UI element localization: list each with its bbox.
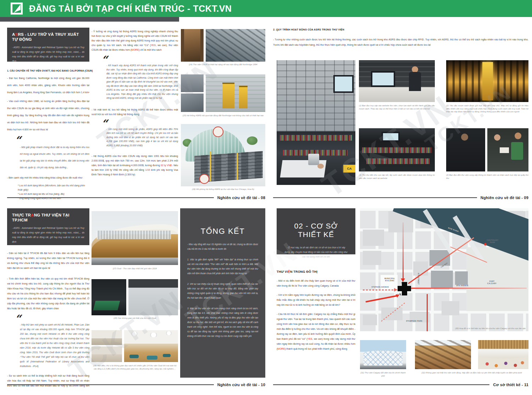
title-part: THƯ VI xyxy=(277,270,288,273)
photo-decor xyxy=(129,355,139,358)
map-block xyxy=(442,301,459,315)
paragraph: - Câu trả lời thực tế rất đơn giản: Calg… xyxy=(277,312,355,351)
paragraph: - Sự so sánh trên có thể là khập khiễng … xyxy=(7,373,89,390)
highlight-text: MORE xyxy=(131,49,139,51)
paragraph: - Bên cạnh xây mới thì nhiều khả năng kh… xyxy=(7,174,89,181)
map-block xyxy=(363,251,381,265)
paragraph: - Với vị trí nằm ngay trên tuyến đường r… xyxy=(277,293,355,307)
photo-decor xyxy=(277,60,355,131)
photo-oodi-main-hall xyxy=(124,330,178,362)
footer-rule xyxy=(7,384,214,385)
map-label-4th-street: 4TH STREET xyxy=(417,272,419,286)
photo-csun-earthquake-damage-2 xyxy=(206,29,265,62)
photo-asrs-machine-1 xyxy=(181,74,204,92)
map-caption: (30) Hoạ đồ vị trí thể hiện sự liên hệ c… xyxy=(433,327,526,330)
photo-decor xyxy=(308,154,319,165)
photo-decor xyxy=(359,87,435,102)
list-item: * Lưu trữ dưới dạng Micro (Microform, bả… xyxy=(18,184,89,192)
footer-rule xyxy=(273,384,489,385)
photo-decor xyxy=(239,86,248,108)
photo-oodi-interior-1 xyxy=(92,279,126,315)
photo-decor xyxy=(210,151,211,181)
photo-decor xyxy=(500,147,509,153)
photo-step4-book-pickup xyxy=(487,128,528,171)
paragraph: - Về mặt kinh tế, lưu trữ bằng hệ thống … xyxy=(92,107,178,117)
photo-decor xyxy=(362,147,432,153)
title-part: A xyxy=(12,32,15,36)
photo-oodi-reading-1 xyxy=(92,330,122,345)
subsection-heading: THƯ VIỆN TRONG ĐÔ THỊ xyxy=(277,270,355,273)
photo-decor xyxy=(382,132,400,142)
header-substrip xyxy=(0,17,179,22)
tckt-logo-icon xyxy=(11,2,23,15)
section-title: THỰC TRẠNG THƯ VIỆN TẠI TP.HCM xyxy=(12,213,84,222)
summary-paragraph: 1. Việc ta gắn định nghĩa “Mở” với “Hiện… xyxy=(187,257,258,276)
photo-decor xyxy=(409,66,421,91)
page11-column-1: 02 - CƠ SỞ THIẾT KẾ - Ở mục này, ta sẽ x… xyxy=(277,208,355,351)
calgary-site-map: BOW RIVER CENTENARY PARK MUNICIPAL BUILD… xyxy=(360,208,528,331)
chapter-description: - Ở mục này, ta sẽ xác định các cơ sở về… xyxy=(284,245,348,259)
quote-text: - Hãy thử làm một phép so sánh với thủ đ… xyxy=(15,322,89,368)
subsection-heading: 2. QUY TRÌNH HOẠT ĐỘNG CỦA ASRS TRONG TH… xyxy=(273,28,344,31)
chapter-title-block: 02 - CƠ SỞ THIẾT KẾ - Ở mục này, ta sẽ x… xyxy=(277,208,355,254)
photo-caption: (28) Các không gian nội thất của thư việ… xyxy=(92,317,178,320)
photo-decor xyxy=(93,301,120,310)
photo-decor xyxy=(199,174,209,184)
photo-decor xyxy=(511,142,523,160)
paragraph: - Đại học Bang California, Northridge là… xyxy=(7,75,89,96)
photo-calgary-interior-atrium xyxy=(478,340,528,369)
title-part: THỰC TR xyxy=(12,213,31,217)
photo-decor xyxy=(494,134,500,141)
summary-paragraph: 3. Mặc dù thư viện vẫn sẽ luôn mang chức… xyxy=(187,306,258,338)
summary-paragraph: - Như vậy tổng kết mục 01-Nghiên cứu về … xyxy=(187,242,258,251)
map-label-municipal-building: MUNICIPAL BUILDING xyxy=(383,278,396,282)
footer-page-label: Nghiên cứu về đề tài - 09 xyxy=(481,196,528,200)
page08-column-3: (24) Thư viện CSUN bị thiệt hại nặng nề … xyxy=(181,28,265,197)
photo-asrs-storage-bins: CA xyxy=(277,60,355,185)
photo-step1-website-request xyxy=(359,60,435,102)
map-arrow-line-east xyxy=(407,288,527,289)
highlight-text: YES xyxy=(151,44,156,46)
photo-decor xyxy=(371,71,395,87)
title-part: RS - LƯU TRỮ VÀ TRUY XUẤT TỰ ĐỘNG xyxy=(12,32,79,41)
quote-mark-icon: “ xyxy=(101,121,178,127)
photo-decor xyxy=(366,158,430,164)
quote-text: - Với cùng một khối lượng ấn phẩm, ASRS … xyxy=(101,127,178,148)
photo-decor xyxy=(237,153,238,180)
title-part: N TRONG ĐÔ THỊ xyxy=(290,270,317,273)
photo-caption: (25) Hệ thống ASRS trải qua trận động đấ… xyxy=(181,114,265,117)
illustration-asrs-chicago-library xyxy=(181,124,265,186)
quote-block: “ - Hãy thử làm một phép so sánh với thủ… xyxy=(7,316,89,368)
quote-mark-icon: “ xyxy=(101,57,178,63)
photo-decor xyxy=(165,331,172,335)
map-block xyxy=(363,230,384,246)
text-run: ) thành quả trong nỗ lực phát triển thàn… xyxy=(285,348,347,350)
photo-caption: (1) Bạn đọc truy cập vào website thư việ… xyxy=(359,104,435,110)
section-description: - ASRS - Automated Storage and Retrieval… xyxy=(12,226,84,244)
highlight-text: 92 tỷ VNĐ xyxy=(161,164,172,167)
map-centenary-node xyxy=(485,244,486,245)
map-block xyxy=(413,261,428,276)
map-arrow-line-north xyxy=(403,222,404,278)
section-title-block: ASRS - LƯU TRỮ VÀ TRUY XUẤT TỰ ĐỘNG - AS… xyxy=(7,28,89,62)
photo-caption: (31) Thư viện Calgary đối diện tòa thị c… xyxy=(360,371,406,377)
photo-decor xyxy=(280,160,327,177)
photo-step2-crane-retrieval xyxy=(446,60,528,102)
photo-caption: (4) Bạn đọc đến thư viện cung cấp thông … xyxy=(446,174,528,180)
photo-decor xyxy=(92,224,178,258)
highlight-text: YES xyxy=(307,338,312,340)
paragraph: - Vào cuối những năm 1980, số lượng ấn p… xyxy=(7,98,89,133)
summary-title: TỔNG KẾT xyxy=(187,227,258,236)
page10-column-1: THỰC TRẠNG THƯ VIỆN TẠI TP.HCM - ASRS - … xyxy=(7,208,89,390)
summary-panel: TỔNG KẾT - Như vậy tổng kết mục 01-Nghiê… xyxy=(180,208,265,378)
page-footer: Nghiên cứu về đề tài - 08 xyxy=(7,196,265,200)
photo-oodi-reading-2 xyxy=(92,346,122,362)
photo-decor xyxy=(163,354,171,357)
footer-page-label: Nghiên cứu về đề tài - 08 xyxy=(217,196,265,200)
photo-decor xyxy=(149,333,158,337)
map-label-centenary-park: CENTENARY PARK xyxy=(485,239,500,244)
page-08: ASRS - LƯU TRỮ VÀ TRUY XUẤT TỰ ĐỘNG - AS… xyxy=(7,28,265,202)
paragraph: - Tương tự như những cuốn sách được lưu … xyxy=(273,37,528,47)
page-footer: Nghiên cứu về đề tài - 10 xyxy=(7,383,265,387)
text-run: ) chỉ là một kho sách xyxy=(139,49,161,51)
